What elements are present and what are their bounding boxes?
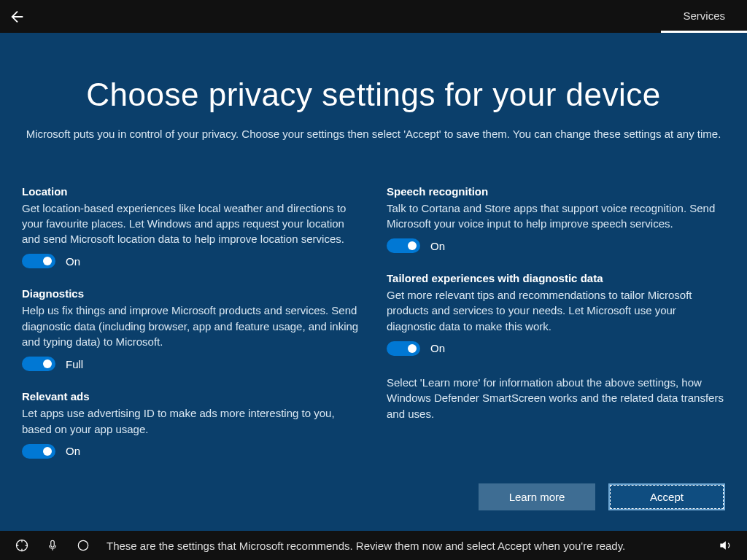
toggle-label: On	[66, 255, 80, 268]
tab-services[interactable]: Services	[661, 0, 747, 33]
left-column: Location Get location-based experiences …	[22, 185, 360, 478]
setting-title: Tailored experiences with diagnostic dat…	[387, 272, 725, 284]
setting-tailored-experiences: Tailored experiences with diagnostic dat…	[387, 272, 725, 356]
setting-location: Location Get location-based experiences …	[22, 185, 360, 269]
setting-title: Relevant ads	[22, 390, 360, 402]
page-subtitle: Microsoft puts you in control of your pr…	[23, 126, 724, 143]
setting-desc: Let apps use advertising ID to make ads …	[22, 405, 360, 437]
svg-point-2	[78, 540, 88, 550]
bottom-bar-text: These are the settings that Microsoft re…	[107, 540, 702, 552]
microphone-icon[interactable]	[45, 538, 60, 553]
button-row: Learn more Accept	[479, 483, 725, 510]
learn-more-button[interactable]: Learn more	[479, 483, 595, 510]
setting-title: Diagnostics	[22, 287, 360, 300]
learn-more-note: Select 'Learn more' for information abou…	[387, 375, 725, 421]
volume-icon[interactable]	[718, 538, 732, 553]
setting-desc: Talk to Cortana and Store apps that supp…	[387, 201, 725, 232]
toggle-label: On	[430, 240, 445, 252]
toggle-speech[interactable]	[387, 238, 420, 253]
svg-rect-1	[51, 540, 55, 547]
toggle-diagnostics[interactable]	[22, 357, 55, 371]
setting-desc: Get location-based experiences like loca…	[22, 201, 360, 247]
setting-diagnostics: Diagnostics Help us fix things and impro…	[22, 287, 360, 371]
ease-of-access-icon[interactable]	[15, 538, 29, 553]
back-button[interactable]	[0, 0, 35, 33]
toggle-label: Full	[66, 358, 83, 370]
back-arrow-icon	[9, 9, 26, 25]
setting-relevant-ads: Relevant ads Let apps use advertising ID…	[22, 390, 360, 459]
toggle-label: On	[430, 342, 445, 354]
top-bar: Services	[0, 0, 747, 33]
accept-button[interactable]: Accept	[608, 483, 725, 510]
toggle-relevant-ads[interactable]	[22, 444, 55, 459]
setting-speech-recognition: Speech recognition Talk to Cortana and S…	[387, 185, 725, 254]
setting-title: Speech recognition	[387, 185, 725, 198]
page-title: Choose privacy settings for your device	[22, 77, 725, 113]
right-column: Speech recognition Talk to Cortana and S…	[387, 185, 725, 478]
toggle-tailored[interactable]	[387, 341, 420, 356]
setting-desc: Get more relevant tips and recommendatio…	[387, 287, 725, 334]
cortana-icon[interactable]	[76, 538, 90, 553]
setting-title: Location	[22, 185, 360, 198]
toggle-location[interactable]	[22, 254, 55, 268]
main-content: Choose privacy settings for your device …	[0, 33, 747, 531]
toggle-label: On	[66, 445, 80, 457]
bottom-bar: These are the settings that Microsoft re…	[0, 531, 747, 560]
setting-desc: Help us fix things and improve Microsoft…	[22, 303, 360, 349]
